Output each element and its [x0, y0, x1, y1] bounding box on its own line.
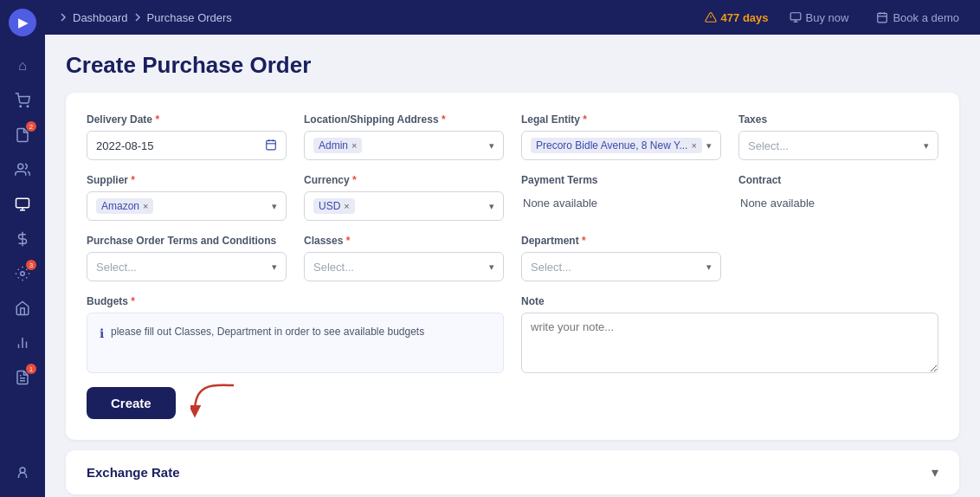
currency-remove-btn[interactable]: × — [344, 201, 349, 211]
svg-point-2 — [18, 164, 23, 169]
po-terms-select[interactable]: Select... ▾ — [87, 252, 287, 281]
sidebar-item-home[interactable]: ⌂ — [7, 50, 38, 81]
department-placeholder: Select... — [531, 261, 571, 274]
taxes-label: Taxes — [738, 113, 938, 126]
location-tag: Admin × — [313, 138, 362, 153]
svg-rect-23 — [267, 140, 276, 150]
currency-tag: USD × — [313, 198, 355, 214]
note-group: Note — [521, 295, 938, 373]
breadcrumb: Dashboard Purchase Orders — [59, 11, 232, 24]
svg-rect-19 — [878, 13, 887, 22]
budgets-group: Budgets * ℹ please fill out Classes, Dep… — [87, 295, 504, 373]
budgets-label: Budgets * — [87, 295, 504, 307]
taxes-caret-icon: ▾ — [924, 140, 929, 152]
svg-point-0 — [20, 106, 22, 107]
delivery-date-input[interactable] — [87, 131, 287, 160]
sidebar-item-company[interactable] — [7, 293, 38, 324]
page-title: Create Purchase Order — [66, 52, 959, 79]
classes-group: Classes * Select... ▾ — [304, 235, 504, 281]
reports-badge: 1 — [26, 364, 36, 374]
sidebar-item-users[interactable] — [7, 154, 38, 185]
page-content: Create Purchase Order Delivery Date * — [45, 35, 980, 497]
sidebar-item-reports[interactable]: 1 — [7, 362, 38, 393]
payment-terms-label: Payment Terms — [521, 174, 721, 186]
location-group: Location/Shipping Address * Admin × ▾ — [304, 113, 504, 160]
delivery-date-label: Delivery Date * — [87, 113, 287, 126]
arrow-pointer — [190, 377, 242, 424]
info-icon: ℹ — [100, 325, 104, 343]
department-group: Department * Select... ▾ — [521, 235, 721, 281]
department-select[interactable]: Select... ▾ — [521, 252, 721, 281]
legal-entity-input[interactable]: Precoro Bidle Avenue, 8 New Y... × ▾ — [521, 131, 721, 160]
taxes-placeholder: Select... — [748, 139, 789, 152]
note-textarea[interactable] — [521, 313, 938, 373]
po-terms-caret-icon: ▾ — [272, 261, 277, 273]
supplier-remove-btn[interactable]: × — [143, 201, 148, 211]
sidebar-item-analytics[interactable] — [7, 327, 38, 358]
legal-entity-remove-btn[interactable]: × — [691, 140, 696, 151]
main-content: Dashboard Purchase Orders 477 days Buy n… — [45, 0, 980, 497]
form-grid: Delivery Date * Location/Shipping Addres… — [87, 113, 938, 373]
breadcrumb-purchase-orders[interactable]: Purchase Orders — [147, 11, 232, 24]
buy-now-button[interactable]: Buy now — [783, 8, 856, 28]
svg-point-7 — [21, 272, 25, 276]
settings-badge: 3 — [26, 260, 36, 270]
delivery-date-field[interactable] — [96, 139, 265, 152]
sidebar-item-finance[interactable] — [7, 223, 38, 255]
department-label: Department * — [521, 235, 721, 247]
taxes-group: Taxes Select... ▾ — [738, 113, 938, 160]
sidebar-item-profile[interactable] — [7, 457, 38, 488]
svg-rect-16 — [790, 13, 801, 20]
book-demo-button[interactable]: Book a demo — [869, 8, 966, 28]
alert-days: 477 days — [705, 11, 769, 24]
contract-value: None available — [738, 191, 938, 215]
payment-terms-group: Payment Terms None available — [521, 174, 721, 221]
supplier-group: Supplier * Amazon × ▾ — [87, 174, 287, 221]
currency-input[interactable]: USD × ▾ — [304, 191, 504, 221]
legal-entity-tag: Precoro Bidle Avenue, 8 New Y... × — [531, 138, 702, 153]
location-remove-btn[interactable]: × — [351, 140, 357, 151]
payment-terms-value: None available — [521, 191, 721, 215]
classes-placeholder: Select... — [313, 261, 354, 274]
currency-caret-icon: ▾ — [489, 201, 494, 212]
topbar-actions: 477 days Buy now Book a demo — [705, 8, 966, 28]
app-logo[interactable]: ▶ — [9, 9, 36, 36]
classes-caret-icon: ▾ — [489, 261, 494, 273]
calendar-icon — [265, 139, 277, 153]
exchange-rate-chevron-icon: ▾ — [932, 464, 938, 481]
supplier-input[interactable]: Amazon × ▾ — [87, 191, 287, 221]
classes-select[interactable]: Select... ▾ — [304, 252, 504, 281]
note-label: Note — [521, 295, 938, 307]
legal-entity-group: Legal Entity * Precoro Bidle Avenue, 8 N… — [521, 113, 721, 160]
budgets-info-box: ℹ please fill out Classes, Department in… — [87, 313, 504, 373]
empty-cell-r3c4 — [738, 235, 938, 281]
delivery-date-group: Delivery Date * — [87, 113, 287, 160]
po-terms-label: Purchase Order Terms and Conditions — [87, 235, 287, 247]
po-terms-group: Purchase Order Terms and Conditions Sele… — [87, 235, 287, 281]
currency-label: Currency * — [304, 174, 504, 186]
create-button[interactable]: Create — [87, 387, 176, 419]
contract-group: Contract None available — [738, 174, 938, 221]
legal-entity-label: Legal Entity * — [521, 113, 721, 126]
svg-point-1 — [27, 106, 29, 107]
supplier-label: Supplier * — [87, 174, 287, 186]
taxes-select[interactable]: Select... ▾ — [738, 131, 938, 160]
exchange-rate-title: Exchange Rate — [87, 465, 180, 480]
sidebar-item-orders[interactable]: 2 — [7, 119, 38, 151]
po-terms-placeholder: Select... — [96, 261, 137, 274]
exchange-rate-section[interactable]: Exchange Rate ▾ — [66, 450, 959, 494]
currency-group: Currency * USD × ▾ — [304, 174, 504, 221]
sidebar-item-cart[interactable] — [7, 85, 38, 116]
orders-badge: 2 — [26, 121, 36, 132]
location-input[interactable]: Admin × ▾ — [304, 131, 504, 160]
sidebar-item-purchase-orders[interactable] — [7, 189, 38, 220]
svg-rect-3 — [16, 198, 29, 208]
sidebar: ▶ ⌂ 2 3 1 — [0, 0, 45, 497]
contract-label: Contract — [738, 174, 938, 186]
location-label: Location/Shipping Address * — [304, 113, 504, 126]
create-po-card: Delivery Date * Location/Shipping Addres… — [66, 93, 959, 440]
breadcrumb-dashboard[interactable]: Dashboard — [73, 11, 128, 24]
sidebar-item-settings[interactable]: 3 — [7, 258, 38, 289]
department-caret-icon: ▾ — [706, 261, 712, 273]
svg-point-13 — [20, 468, 25, 473]
